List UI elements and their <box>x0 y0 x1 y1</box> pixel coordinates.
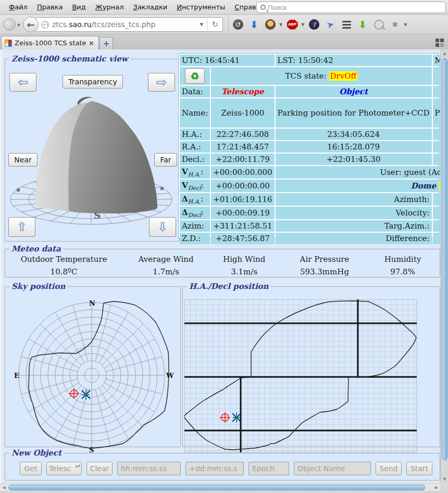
menu-file[interactable]: Файл <box>4 1 32 13</box>
rotate-right-button[interactable]: ⇨ <box>148 73 175 92</box>
hadecl-position-legend: H.A./Decl position <box>187 282 271 291</box>
dha-label: ΔH.A.: <box>180 193 210 206</box>
ha-object: 23:34:05.624 <box>276 129 432 140</box>
scroll-up-icon[interactable]: ▲ <box>441 49 448 57</box>
menu-view[interactable]: Вид <box>67 1 90 13</box>
azim-value: +311:21:58.51 <box>211 220 274 232</box>
select-spinner-icon[interactable]: ▲▼ <box>76 463 80 469</box>
url-dropdown-icon[interactable]: ▼ <box>196 22 207 27</box>
arrow-right-icon: ⇨ <box>156 75 167 90</box>
near-button[interactable]: Near <box>8 153 38 167</box>
meteo-air-pressure: Air Pressure593.3mmHg <box>279 255 370 276</box>
ra-input[interactable] <box>117 462 181 475</box>
scroll-right-icon[interactable]: ▶ <box>432 484 440 491</box>
reload-icon[interactable]: ↻ <box>207 19 222 30</box>
lst-time: LST: 15:50:42 <box>276 55 432 66</box>
sky-position-plot: N S E W <box>7 299 179 453</box>
tab-close-icon[interactable]: × <box>88 39 95 47</box>
transparency-button[interactable]: Transparency <box>63 75 123 89</box>
url-bar[interactable]: ztcs.sao.ru/tcs/zeiss_tcs.php ▼ ↻ <box>35 17 223 32</box>
menu-bookmarks[interactable]: Закладки <box>129 1 172 13</box>
ha-telescope: 22:27:46.508 <box>211 129 274 140</box>
ddecl-label: ΔDecl: <box>180 207 210 219</box>
user-info: User: guest (Acc.Level=1) <box>276 166 448 179</box>
clear-button[interactable]: Clear <box>86 462 113 475</box>
tab-favicon <box>5 40 12 47</box>
telescope-select[interactable]: Telesc▲▼ <box>46 462 82 475</box>
get-button[interactable]: Get <box>20 462 42 475</box>
name-label: Name: <box>180 98 210 128</box>
greasemonkey-dropdown-icon[interactable]: ▼ <box>279 22 282 27</box>
history-restore-icon[interactable]: ↺ <box>232 18 244 31</box>
zd-label: Z.D.: <box>180 233 210 244</box>
toolbar-separator <box>228 18 229 31</box>
scrollbar-corner <box>440 483 448 491</box>
vha-value: +00:00:00.000 <box>211 166 274 179</box>
bug-dropdown-icon[interactable]: ▼ <box>404 22 407 27</box>
compass-east-label: E <box>14 372 19 380</box>
navigation-toolbar: ▼ ← ztcs.sao.ru/tcs/zeiss_tcs.php ▼ ↻ ↺ … <box>0 15 448 34</box>
targ-azim-label: Targ.Azim.: <box>276 220 432 232</box>
sky-position-panel: Sky position N S E W <box>5 282 181 447</box>
menu-tools[interactable]: Инструменты <box>172 1 230 13</box>
scroll-down-icon[interactable]: ▼ <box>441 475 448 483</box>
schematic-legend: Zeiss-1000 schematic view <box>9 54 130 64</box>
tab-zeiss-tcs[interactable]: Zeiss-1000 TCS state × <box>1 36 99 49</box>
chevron-down-icon: ▼ <box>17 23 20 28</box>
hamburger-menu-icon[interactable] <box>340 18 353 31</box>
adblock-dropdown-icon[interactable]: ▼ <box>301 22 304 27</box>
object-name-input[interactable] <box>294 462 371 475</box>
tcs-page: Zeiss-1000 schematic view <box>0 49 440 483</box>
vertical-scrollbar[interactable]: ▲ ▼ <box>440 49 448 483</box>
sky-position-legend: Sky position <box>9 282 67 291</box>
tilt-up-button[interactable]: ⇧ <box>8 217 35 237</box>
download-manager-icon[interactable]: ⬇ <box>356 18 369 31</box>
meteo-legend: Meteo data <box>9 244 63 254</box>
far-button[interactable]: Far <box>154 153 177 167</box>
arrow-up-icon: ⇧ <box>17 220 27 234</box>
menu-edit[interactable]: Правка <box>32 1 67 13</box>
arrow-down-icon: ⇩ <box>157 220 168 234</box>
menu-bar: Файл Правка Вид Журнал Закладки Инструме… <box>0 0 448 15</box>
menu-history[interactable]: Журнал <box>91 1 129 13</box>
start-button[interactable]: Start <box>406 462 432 475</box>
search-input[interactable] <box>268 4 445 11</box>
tcs-status-table: UTC: 16:45:41 LST: 15:50:42 MJD: 57595.6… <box>178 53 439 238</box>
tab-title: Zeiss-1000 TCS state <box>15 39 88 47</box>
epoch-input[interactable] <box>248 462 289 475</box>
dec-input[interactable] <box>185 462 244 475</box>
new-tab-button[interactable]: + <box>99 37 113 49</box>
meteo-outdoor-temperature: Outdoor Temperature10.8ºC <box>5 255 122 276</box>
horizontal-scrollbar-thumb[interactable] <box>8 485 425 490</box>
meteo-humidity: Humidity97.8% <box>370 255 435 276</box>
hadecl-position-panel: H.A./Decl position <box>182 282 440 447</box>
browser-search-box[interactable] <box>256 2 446 13</box>
send-button[interactable]: Send <box>376 462 402 475</box>
azim-label: Azim: <box>180 220 210 232</box>
rotate-left-button[interactable]: ⇦ <box>9 73 36 92</box>
app-menu-icon[interactable]: ▼ <box>3 18 16 31</box>
object-name: Parking position for Photometer+CCD <box>276 98 432 128</box>
tilt-down-button[interactable]: ⇩ <box>149 217 176 237</box>
bug-icon[interactable]: ✱ <box>389 18 401 31</box>
tab-groups-icon[interactable] <box>435 39 444 47</box>
data-label: Data: <box>180 86 210 97</box>
web-developer-icon[interactable] <box>372 18 385 31</box>
ground-south-mark: s <box>94 207 101 222</box>
utc-time: UTC: 16:45:41 <box>180 55 275 66</box>
vdecl-value: +00:00:00.00 <box>211 180 274 192</box>
element-picker-icon[interactable]: ➤ <box>323 17 338 32</box>
vertical-scrollbar-thumb[interactable] <box>442 58 447 460</box>
refresh-icon: ♻ <box>191 70 200 82</box>
download-arrow-icon[interactable]: ⬇ <box>248 18 260 31</box>
scroll-left-icon[interactable]: ◀ <box>0 484 8 491</box>
refresh-button[interactable]: ♻ <box>185 68 205 84</box>
adblock-icon[interactable]: ABP <box>286 18 298 31</box>
ra-label: R.A.: <box>180 141 210 153</box>
horizontal-scrollbar[interactable]: ◀ ▶ <box>0 483 440 491</box>
back-button[interactable]: ← <box>23 17 39 32</box>
ra-object: 16:15:28.079 <box>276 141 432 153</box>
tab-bar: Zeiss-1000 TCS state × + <box>0 35 448 49</box>
flash-icon[interactable]: f <box>308 18 320 31</box>
greasemonkey-icon[interactable] <box>264 18 277 31</box>
